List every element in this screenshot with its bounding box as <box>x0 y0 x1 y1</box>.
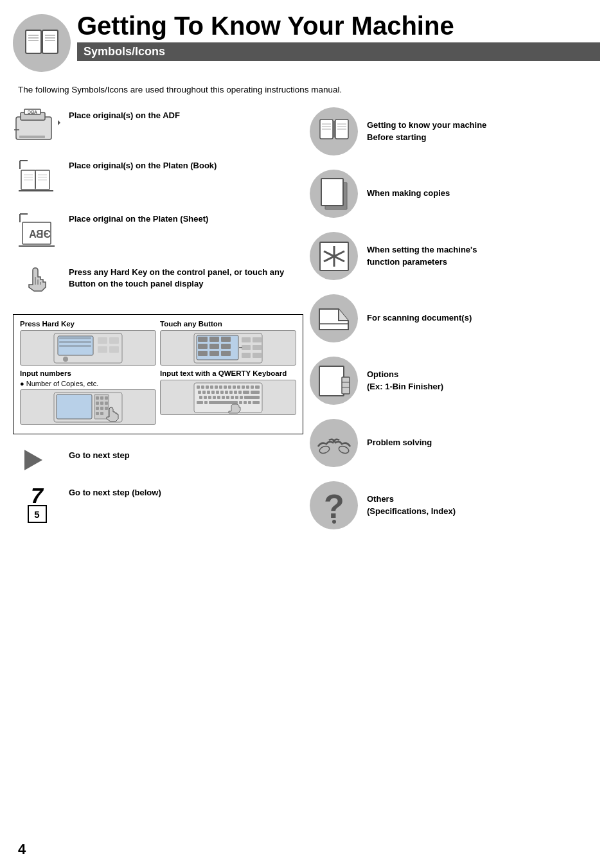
function-params-label: When setting the machine'sfunction param… <box>367 244 477 267</box>
svg-rect-108 <box>244 396 260 399</box>
getting-to-know-label: Getting to know your machineBefore start… <box>367 120 486 143</box>
adf-label: Place original(s) on the ADF <box>69 107 303 121</box>
list-item: Getting to know your machineBefore start… <box>310 107 600 155</box>
svg-rect-99 <box>204 396 207 399</box>
making-copies-label: When making copies <box>367 188 450 199</box>
list-item: Place original(s) on the Platen (Book) <box>13 157 303 199</box>
svg-rect-56 <box>253 353 262 358</box>
svg-rect-48 <box>198 351 208 356</box>
list-item: Press any Hard Key on the control panel,… <box>13 264 303 303</box>
getting-to-know-icon <box>310 107 358 155</box>
svg-rect-53 <box>242 353 251 358</box>
intro-text: The following Symbols/Icons are used thr… <box>0 72 613 101</box>
svg-rect-35 <box>109 346 119 353</box>
options-icon <box>310 357 358 405</box>
svg-rect-74 <box>206 385 209 389</box>
svg-rect-43 <box>209 337 219 342</box>
header-book-icon <box>13 14 71 72</box>
svg-rect-77 <box>219 385 222 389</box>
svg-rect-94 <box>234 391 237 394</box>
svg-point-36 <box>63 357 68 362</box>
hand-pointer-icon <box>13 264 61 303</box>
svg-rect-47 <box>221 344 231 349</box>
list-item: For scanning document(s) <box>310 294 600 342</box>
scanning-icon <box>310 294 358 342</box>
svg-rect-111 <box>209 401 238 404</box>
svg-text:ЭВА: ЭВА <box>28 229 50 240</box>
svg-rect-75 <box>210 385 213 389</box>
svg-rect-73 <box>201 385 204 389</box>
svg-rect-100 <box>208 396 211 399</box>
input-numbers-sub: ● Number of Copies, etc. <box>20 380 156 387</box>
step-symbols: Go to next step 7 5 Go to next step (bel… <box>13 447 303 523</box>
svg-rect-45 <box>198 344 208 349</box>
list-item: ABC Place original(s) on the ADF <box>13 107 303 146</box>
input-illustration: Press Hard Key <box>13 314 303 434</box>
svg-rect-134 <box>342 377 350 394</box>
svg-rect-95 <box>238 391 242 394</box>
svg-rect-85 <box>255 385 260 389</box>
svg-rect-86 <box>198 391 201 394</box>
svg-rect-54 <box>253 337 262 342</box>
platen-book-label: Place original(s) on the Platen (Book) <box>69 157 303 172</box>
next-step-below-icon: 7 5 <box>13 484 61 523</box>
svg-rect-92 <box>225 391 228 394</box>
svg-rect-81 <box>237 385 240 389</box>
next-step-label: Go to next step <box>69 447 303 461</box>
svg-rect-88 <box>207 391 210 394</box>
header-text: Getting To Know Your Machine Symbols/Ico… <box>77 12 600 61</box>
svg-rect-102 <box>217 396 220 399</box>
right-column: Getting to know your machineBefore start… <box>310 107 600 544</box>
svg-rect-69 <box>96 412 99 415</box>
svg-point-138 <box>337 445 349 454</box>
svg-rect-127 <box>321 179 343 206</box>
svg-marker-116 <box>24 450 42 470</box>
others-label: Others(Specifications, Index) <box>367 493 456 517</box>
list-item: ЭВА Place original on the Platen (Sheet) <box>13 211 303 252</box>
svg-rect-113 <box>244 401 247 404</box>
input-numbers-label: Input numbers <box>20 369 156 377</box>
svg-rect-50 <box>221 351 231 356</box>
list-item: ? Others(Specifications, Index) <box>310 481 600 529</box>
page-header: Getting To Know Your Machine Symbols/Ico… <box>0 0 613 72</box>
svg-rect-67 <box>100 407 103 410</box>
list-item: Go to next step <box>13 447 303 473</box>
next-step-below-label: Go to next step (below) <box>69 484 303 499</box>
machine-display <box>20 330 156 366</box>
function-params-icon <box>310 232 358 280</box>
svg-rect-80 <box>233 385 236 389</box>
platen-sheet-icon: ЭВА <box>13 211 61 252</box>
list-item: When making copies <box>310 170 600 218</box>
press-hard-key-label: Press Hard Key <box>20 320 156 328</box>
svg-rect-72 <box>197 385 200 389</box>
problem-solving-icon <box>310 419 358 467</box>
page-title: Getting To Know Your Machine <box>77 12 600 40</box>
svg-rect-66 <box>96 407 99 410</box>
svg-rect-52 <box>242 345 251 350</box>
svg-rect-104 <box>226 396 229 399</box>
main-content: ABC Place original(s) on the ADF <box>0 101 613 556</box>
svg-point-140 <box>332 520 336 524</box>
touch-any-button-label: Touch any Button <box>160 320 296 328</box>
svg-rect-44 <box>221 337 231 342</box>
svg-rect-87 <box>202 391 206 394</box>
making-copies-icon <box>310 170 358 218</box>
svg-point-137 <box>318 445 330 454</box>
svg-rect-51 <box>242 337 251 342</box>
svg-rect-133 <box>319 366 344 396</box>
svg-rect-33 <box>98 346 107 353</box>
list-item: When setting the machine'sfunction param… <box>310 232 600 280</box>
svg-rect-78 <box>224 385 227 389</box>
scanning-label: For scanning document(s) <box>367 312 472 324</box>
svg-rect-76 <box>215 385 218 389</box>
svg-rect-89 <box>211 391 215 394</box>
numpad-display <box>20 389 156 425</box>
svg-text:ABC: ABC <box>28 110 37 114</box>
svg-rect-61 <box>100 396 103 400</box>
others-icon: ? <box>310 481 358 529</box>
svg-rect-13 <box>19 136 45 138</box>
svg-rect-107 <box>240 396 243 399</box>
svg-rect-105 <box>231 396 234 399</box>
svg-rect-98 <box>199 396 202 399</box>
svg-rect-65 <box>105 402 108 405</box>
